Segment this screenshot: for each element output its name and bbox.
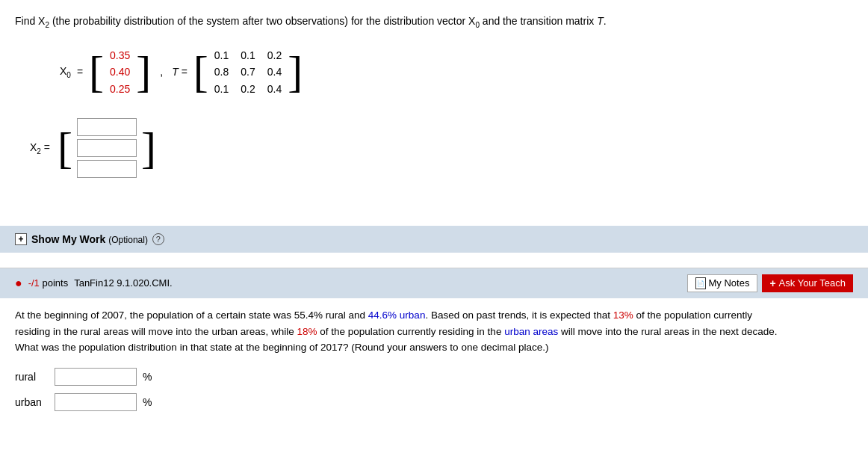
x2-input-1[interactable] bbox=[77, 118, 137, 136]
notes-page-icon: 📄 bbox=[695, 277, 706, 289]
bottom-problem-text: At the beginning of 2007, the population… bbox=[15, 307, 853, 356]
t-matrix: [ 0.1 0.1 0.2 0.8 0.7 0.4 0.1 0.2 0.4 bbox=[193, 44, 303, 100]
x0-bracket-right: ] bbox=[136, 49, 151, 94]
x2-variable-label: X2 = bbox=[30, 141, 50, 155]
rural-answer-row: rural % bbox=[15, 368, 853, 386]
x0-matrix: [ 0.35 0.40 0.25 ] bbox=[89, 44, 151, 100]
x2-answer-matrix: [ ] bbox=[58, 115, 156, 181]
problem-info: ● -/1 points TanFin12 9.1.020.CMI. bbox=[15, 277, 173, 290]
my-notes-label: My Notes bbox=[709, 277, 750, 289]
rural-input[interactable] bbox=[55, 368, 137, 386]
t-variable-label: T = bbox=[172, 66, 187, 78]
urban-pct-highlight: 44.6% urban bbox=[368, 309, 426, 321]
show-my-work-label: Show My Work (Optional) bbox=[31, 233, 148, 245]
matrix-definition-row: X0 = [ 0.35 0.40 0.25 ] , T = [ 0.1 0.1 … bbox=[60, 44, 853, 100]
x2-section: X2 = [ ] bbox=[30, 115, 838, 181]
x0-val-2: 0.40 bbox=[110, 64, 130, 80]
top-section: Find X2 (the probability distribution of… bbox=[0, 0, 868, 203]
t-r1c1: 0.1 bbox=[214, 47, 229, 64]
bottom-problem-bar: ● -/1 points TanFin12 9.1.020.CMI. 📄 My … bbox=[0, 268, 868, 298]
x0-val-1: 0.35 bbox=[110, 47, 130, 64]
show-my-work-bar: + Show My Work (Optional) ? bbox=[0, 226, 868, 253]
problem-statement: Find X2 (the probability distribution of… bbox=[15, 13, 853, 31]
t-r2c2: 0.7 bbox=[241, 64, 255, 80]
urban-answer-row: urban % bbox=[15, 393, 853, 411]
t-bracket-left: [ bbox=[193, 49, 208, 94]
show-my-work-toggle[interactable]: + bbox=[15, 233, 27, 245]
t-r1c2: 0.1 bbox=[241, 47, 255, 64]
rural-label: rural bbox=[15, 371, 49, 383]
ask-teacher-button[interactable]: + Ask Your Teach bbox=[762, 274, 853, 292]
urban-label: urban bbox=[15, 396, 49, 408]
t-r3c2: 0.2 bbox=[241, 81, 255, 97]
spacer bbox=[0, 253, 868, 268]
t-values: 0.1 0.1 0.2 0.8 0.7 0.4 0.1 0.2 0.4 bbox=[210, 44, 286, 100]
points-text: -/1 points bbox=[28, 277, 68, 289]
my-notes-button[interactable]: 📄 My Notes bbox=[687, 274, 758, 292]
bottom-problem-content: At the beginning of 2007, the population… bbox=[0, 298, 868, 428]
x0-values: 0.35 0.40 0.25 bbox=[105, 44, 134, 100]
comma-separator: , bbox=[160, 66, 163, 78]
optional-label: (Optional) bbox=[108, 235, 148, 245]
x2-bracket-right: ] bbox=[141, 126, 156, 170]
x2-input-2[interactable] bbox=[77, 139, 137, 157]
ask-plus-icon: + bbox=[769, 277, 775, 289]
t-r1c3: 0.2 bbox=[267, 47, 282, 64]
ask-teacher-label: Ask Your Teach bbox=[779, 277, 846, 289]
points-value: -/1 bbox=[28, 277, 40, 289]
bullet-icon: ● bbox=[15, 277, 22, 290]
t-r3c1: 0.1 bbox=[214, 81, 229, 97]
x0-bracket-left: [ bbox=[89, 49, 104, 94]
t-bracket-right: ] bbox=[288, 49, 303, 94]
x2-input-3[interactable] bbox=[77, 160, 137, 178]
t-r2c3: 0.4 bbox=[267, 64, 282, 80]
right-action-buttons: 📄 My Notes + Ask Your Teach bbox=[687, 274, 853, 292]
x0-val-3: 0.25 bbox=[110, 81, 130, 97]
x0-variable-label: X0 bbox=[60, 65, 71, 79]
urban-areas-highlight: urban areas bbox=[504, 326, 558, 337]
urban-percent: % bbox=[143, 396, 152, 408]
urban-move-highlight: 18% bbox=[297, 326, 317, 337]
rural-percent: % bbox=[143, 371, 152, 383]
x2-input-group bbox=[74, 115, 140, 181]
x2-bracket-left: [ bbox=[58, 126, 72, 170]
t-r2c1: 0.8 bbox=[214, 64, 229, 80]
urban-input[interactable] bbox=[55, 393, 137, 411]
rural-move-highlight: 13% bbox=[613, 309, 633, 321]
x0-equals: = bbox=[77, 66, 83, 78]
help-icon[interactable]: ? bbox=[152, 233, 164, 245]
t-r3c3: 0.4 bbox=[267, 81, 282, 97]
problem-reference: TanFin12 9.1.020.CMI. bbox=[74, 277, 173, 289]
